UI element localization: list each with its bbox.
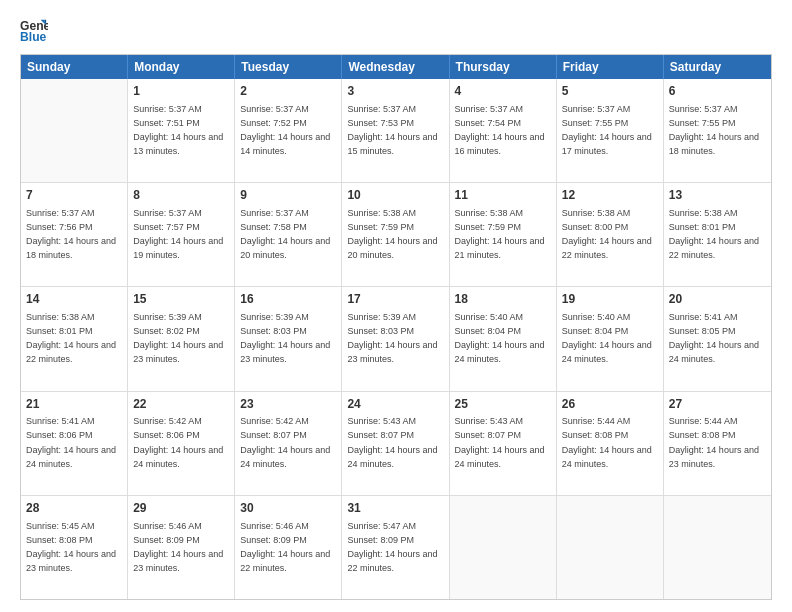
day-number: 20 — [669, 291, 766, 308]
day-number: 8 — [133, 187, 229, 204]
calendar-cell: 27Sunrise: 5:44 AMSunset: 8:08 PMDayligh… — [664, 392, 771, 495]
cell-info: Sunrise: 5:37 AMSunset: 7:55 PMDaylight:… — [669, 104, 759, 156]
day-number: 9 — [240, 187, 336, 204]
day-number: 6 — [669, 83, 766, 100]
header-day-sunday: Sunday — [21, 55, 128, 79]
day-number: 22 — [133, 396, 229, 413]
day-number: 21 — [26, 396, 122, 413]
cell-info: Sunrise: 5:45 AMSunset: 8:08 PMDaylight:… — [26, 521, 116, 573]
calendar-cell: 25Sunrise: 5:43 AMSunset: 8:07 PMDayligh… — [450, 392, 557, 495]
day-number: 11 — [455, 187, 551, 204]
calendar-cell: 6Sunrise: 5:37 AMSunset: 7:55 PMDaylight… — [664, 79, 771, 182]
cell-info: Sunrise: 5:41 AMSunset: 8:05 PMDaylight:… — [669, 312, 759, 364]
cell-info: Sunrise: 5:39 AMSunset: 8:03 PMDaylight:… — [347, 312, 437, 364]
svg-text:Blue: Blue — [20, 30, 47, 44]
day-number: 24 — [347, 396, 443, 413]
cell-info: Sunrise: 5:41 AMSunset: 8:06 PMDaylight:… — [26, 416, 116, 468]
cell-info: Sunrise: 5:38 AMSunset: 7:59 PMDaylight:… — [347, 208, 437, 260]
calendar-cell: 8Sunrise: 5:37 AMSunset: 7:57 PMDaylight… — [128, 183, 235, 286]
calendar-row-2: 14Sunrise: 5:38 AMSunset: 8:01 PMDayligh… — [21, 287, 771, 391]
day-number: 7 — [26, 187, 122, 204]
day-number: 23 — [240, 396, 336, 413]
day-number: 1 — [133, 83, 229, 100]
calendar-cell: 11Sunrise: 5:38 AMSunset: 7:59 PMDayligh… — [450, 183, 557, 286]
calendar-cell: 14Sunrise: 5:38 AMSunset: 8:01 PMDayligh… — [21, 287, 128, 390]
calendar-cell: 20Sunrise: 5:41 AMSunset: 8:05 PMDayligh… — [664, 287, 771, 390]
calendar-row-0: 1Sunrise: 5:37 AMSunset: 7:51 PMDaylight… — [21, 79, 771, 183]
day-number: 5 — [562, 83, 658, 100]
calendar-cell: 2Sunrise: 5:37 AMSunset: 7:52 PMDaylight… — [235, 79, 342, 182]
cell-info: Sunrise: 5:37 AMSunset: 7:51 PMDaylight:… — [133, 104, 223, 156]
calendar-row-3: 21Sunrise: 5:41 AMSunset: 8:06 PMDayligh… — [21, 392, 771, 496]
calendar-cell: 17Sunrise: 5:39 AMSunset: 8:03 PMDayligh… — [342, 287, 449, 390]
calendar-cell: 19Sunrise: 5:40 AMSunset: 8:04 PMDayligh… — [557, 287, 664, 390]
logo-icon: General Blue — [20, 16, 48, 44]
day-number: 15 — [133, 291, 229, 308]
cell-info: Sunrise: 5:44 AMSunset: 8:08 PMDaylight:… — [562, 416, 652, 468]
calendar-cell: 21Sunrise: 5:41 AMSunset: 8:06 PMDayligh… — [21, 392, 128, 495]
page-header: General Blue — [20, 16, 772, 44]
day-number: 28 — [26, 500, 122, 517]
logo: General Blue — [20, 16, 52, 44]
calendar-cell: 9Sunrise: 5:37 AMSunset: 7:58 PMDaylight… — [235, 183, 342, 286]
calendar-cell: 23Sunrise: 5:42 AMSunset: 8:07 PMDayligh… — [235, 392, 342, 495]
cell-info: Sunrise: 5:38 AMSunset: 8:01 PMDaylight:… — [669, 208, 759, 260]
day-number: 16 — [240, 291, 336, 308]
cell-info: Sunrise: 5:38 AMSunset: 8:00 PMDaylight:… — [562, 208, 652, 260]
calendar-cell — [450, 496, 557, 599]
cell-info: Sunrise: 5:42 AMSunset: 8:06 PMDaylight:… — [133, 416, 223, 468]
cell-info: Sunrise: 5:43 AMSunset: 8:07 PMDaylight:… — [455, 416, 545, 468]
day-number: 10 — [347, 187, 443, 204]
cell-info: Sunrise: 5:40 AMSunset: 8:04 PMDaylight:… — [562, 312, 652, 364]
cell-info: Sunrise: 5:38 AMSunset: 8:01 PMDaylight:… — [26, 312, 116, 364]
calendar-cell: 3Sunrise: 5:37 AMSunset: 7:53 PMDaylight… — [342, 79, 449, 182]
calendar-cell: 30Sunrise: 5:46 AMSunset: 8:09 PMDayligh… — [235, 496, 342, 599]
day-number: 14 — [26, 291, 122, 308]
calendar-cell: 15Sunrise: 5:39 AMSunset: 8:02 PMDayligh… — [128, 287, 235, 390]
cell-info: Sunrise: 5:37 AMSunset: 7:52 PMDaylight:… — [240, 104, 330, 156]
calendar-cell: 5Sunrise: 5:37 AMSunset: 7:55 PMDaylight… — [557, 79, 664, 182]
cell-info: Sunrise: 5:39 AMSunset: 8:02 PMDaylight:… — [133, 312, 223, 364]
calendar-cell: 24Sunrise: 5:43 AMSunset: 8:07 PMDayligh… — [342, 392, 449, 495]
cell-info: Sunrise: 5:37 AMSunset: 7:57 PMDaylight:… — [133, 208, 223, 260]
day-number: 4 — [455, 83, 551, 100]
calendar-cell: 22Sunrise: 5:42 AMSunset: 8:06 PMDayligh… — [128, 392, 235, 495]
cell-info: Sunrise: 5:46 AMSunset: 8:09 PMDaylight:… — [133, 521, 223, 573]
calendar-cell: 31Sunrise: 5:47 AMSunset: 8:09 PMDayligh… — [342, 496, 449, 599]
cell-info: Sunrise: 5:40 AMSunset: 8:04 PMDaylight:… — [455, 312, 545, 364]
header-day-monday: Monday — [128, 55, 235, 79]
day-number: 17 — [347, 291, 443, 308]
calendar-cell — [557, 496, 664, 599]
calendar-cell: 29Sunrise: 5:46 AMSunset: 8:09 PMDayligh… — [128, 496, 235, 599]
calendar-row-4: 28Sunrise: 5:45 AMSunset: 8:08 PMDayligh… — [21, 496, 771, 599]
cell-info: Sunrise: 5:37 AMSunset: 7:53 PMDaylight:… — [347, 104, 437, 156]
calendar-row-1: 7Sunrise: 5:37 AMSunset: 7:56 PMDaylight… — [21, 183, 771, 287]
cell-info: Sunrise: 5:43 AMSunset: 8:07 PMDaylight:… — [347, 416, 437, 468]
cell-info: Sunrise: 5:42 AMSunset: 8:07 PMDaylight:… — [240, 416, 330, 468]
day-number: 31 — [347, 500, 443, 517]
cell-info: Sunrise: 5:37 AMSunset: 7:56 PMDaylight:… — [26, 208, 116, 260]
calendar-cell — [664, 496, 771, 599]
day-number: 12 — [562, 187, 658, 204]
day-number: 13 — [669, 187, 766, 204]
cell-info: Sunrise: 5:38 AMSunset: 7:59 PMDaylight:… — [455, 208, 545, 260]
cell-info: Sunrise: 5:46 AMSunset: 8:09 PMDaylight:… — [240, 521, 330, 573]
calendar-cell — [21, 79, 128, 182]
header-day-wednesday: Wednesday — [342, 55, 449, 79]
day-number: 2 — [240, 83, 336, 100]
calendar-cell: 28Sunrise: 5:45 AMSunset: 8:08 PMDayligh… — [21, 496, 128, 599]
calendar-cell: 10Sunrise: 5:38 AMSunset: 7:59 PMDayligh… — [342, 183, 449, 286]
calendar-body: 1Sunrise: 5:37 AMSunset: 7:51 PMDaylight… — [21, 79, 771, 599]
cell-info: Sunrise: 5:37 AMSunset: 7:54 PMDaylight:… — [455, 104, 545, 156]
calendar-cell: 1Sunrise: 5:37 AMSunset: 7:51 PMDaylight… — [128, 79, 235, 182]
calendar-header: SundayMondayTuesdayWednesdayThursdayFrid… — [21, 55, 771, 79]
day-number: 27 — [669, 396, 766, 413]
header-day-thursday: Thursday — [450, 55, 557, 79]
day-number: 30 — [240, 500, 336, 517]
header-day-saturday: Saturday — [664, 55, 771, 79]
cell-info: Sunrise: 5:39 AMSunset: 8:03 PMDaylight:… — [240, 312, 330, 364]
day-number: 18 — [455, 291, 551, 308]
calendar-cell: 13Sunrise: 5:38 AMSunset: 8:01 PMDayligh… — [664, 183, 771, 286]
calendar-cell: 26Sunrise: 5:44 AMSunset: 8:08 PMDayligh… — [557, 392, 664, 495]
cell-info: Sunrise: 5:47 AMSunset: 8:09 PMDaylight:… — [347, 521, 437, 573]
